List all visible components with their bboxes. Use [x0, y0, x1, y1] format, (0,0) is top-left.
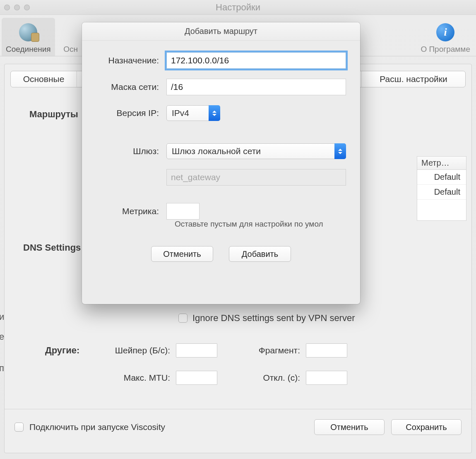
- button-label: Отменить: [330, 423, 368, 432]
- close-icon[interactable]: [4, 5, 10, 10]
- label-gateway: Шлюз:: [89, 146, 166, 156]
- section-heading-dns: DNS Settings: [23, 242, 81, 253]
- sheet-cancel-button[interactable]: Отменить: [151, 246, 213, 262]
- bleed-text: п: [0, 363, 4, 374]
- select-value: IPv4: [172, 108, 189, 118]
- button-label: Сохранить: [406, 423, 447, 432]
- input-shaper[interactable]: [176, 343, 217, 358]
- tab-advanced[interactable]: Расш. настройки: [362, 71, 465, 87]
- row-gateway-value: [89, 169, 346, 186]
- window-controls: [4, 5, 30, 10]
- input-fragment[interactable]: [306, 343, 347, 358]
- label-destination: Назначение:: [89, 56, 166, 65]
- table-header-metric[interactable]: Метр…: [417, 157, 466, 170]
- tab-basic[interactable]: Основные: [11, 71, 77, 87]
- routes-metric-column: Метр… Default Default: [417, 156, 466, 221]
- table-cell-empty: [417, 200, 466, 220]
- checkbox-icon[interactable]: [178, 314, 188, 323]
- row-metric: Метрика:: [89, 203, 346, 220]
- divider: [5, 409, 471, 409]
- label-max-mtu: Макс. MTU:: [91, 373, 170, 383]
- zoom-icon[interactable]: [24, 5, 30, 10]
- select-gateway[interactable]: Шлюз локальной сети: [166, 143, 346, 159]
- bleed-text: и: [0, 312, 4, 322]
- window-title: Настройки: [0, 2, 476, 13]
- chevron-up-down-icon: [334, 143, 346, 159]
- toolbar-item-label: Осн: [63, 45, 78, 54]
- titlebar: Настройки: [0, 0, 476, 15]
- input-metric[interactable]: [166, 203, 200, 220]
- label-netmask: Маска сети:: [89, 82, 166, 92]
- row-gateway: Шлюз: Шлюз локальной сети: [89, 143, 346, 159]
- input-gateway-value: [166, 169, 346, 186]
- row-ipversion: Версия IP: IPv4: [89, 105, 346, 121]
- section-heading-routes: Маршруты: [29, 109, 78, 120]
- other-row-2: Макс. MTU: Откл. (с):: [91, 371, 347, 385]
- globe-lock-icon: [17, 21, 40, 44]
- tab-label: Основные: [23, 74, 65, 84]
- checkbox-icon[interactable]: [14, 423, 24, 432]
- toolbar-item-connections[interactable]: Соединения: [2, 18, 55, 56]
- cancel-button[interactable]: Отменить: [314, 419, 385, 435]
- select-ipversion[interactable]: IPv4: [166, 105, 220, 121]
- toolbar-item-label: Соединения: [6, 45, 51, 54]
- toolbar-item-label: О Программе: [421, 45, 470, 54]
- label-metric: Метрика:: [89, 206, 166, 216]
- checkbox-label-connect-on-launch[interactable]: Подключить при запуске Viscosity: [29, 422, 165, 432]
- table-cell[interactable]: Default: [417, 170, 466, 185]
- row-netmask: Маска сети:: [89, 79, 346, 95]
- input-destination[interactable]: [166, 52, 346, 69]
- table-cell[interactable]: Default: [417, 185, 466, 200]
- label-otkl: Откл. (с):: [238, 373, 300, 383]
- toolbar-gear-icon: [59, 21, 82, 44]
- label-ipversion: Версия IP:: [89, 108, 166, 118]
- tab-label: Расш. настройки: [380, 74, 447, 84]
- label-shaper: Шейпер (Б/с):: [91, 345, 170, 355]
- checkbox-ignore-dns[interactable]: Ignore DNS settings sent by VPN server: [178, 313, 355, 324]
- input-otkl[interactable]: [306, 371, 347, 385]
- add-route-sheet: Добавить маршрут Назначение: Маска сети:…: [82, 22, 360, 304]
- bleed-text: е: [0, 331, 4, 342]
- metric-hint: Оставьте пустым для настройки по умол: [89, 220, 346, 229]
- label-fragment: Фрагмент:: [238, 345, 300, 355]
- input-netmask[interactable]: [166, 79, 346, 95]
- sheet-title: Добавить маршрут: [82, 22, 360, 41]
- row-destination: Назначение:: [89, 52, 346, 69]
- input-max-mtu[interactable]: [176, 371, 217, 385]
- select-value: Шлюз локальной сети: [172, 146, 261, 156]
- bottom-bar: Подключить при запуске Viscosity Отменит…: [5, 414, 471, 440]
- info-icon: i: [434, 21, 457, 44]
- toolbar-item-about[interactable]: i О Программе: [416, 18, 474, 56]
- minimize-icon[interactable]: [14, 5, 20, 10]
- sheet-add-button[interactable]: Добавить: [229, 246, 291, 262]
- section-heading-other: Другие:: [45, 345, 79, 356]
- other-row-1: Шейпер (Б/с): Фрагмент:: [91, 343, 347, 358]
- button-label: Добавить: [242, 249, 278, 259]
- save-button[interactable]: Сохранить: [391, 419, 462, 435]
- sheet-buttons: Отменить Добавить: [89, 239, 346, 262]
- chevron-up-down-icon: [209, 105, 220, 121]
- sheet-form: Назначение: Маска сети: Версия IP: IPv4: [82, 41, 360, 266]
- button-label: Отменить: [163, 249, 201, 259]
- checkbox-label: Ignore DNS settings sent by VPN server: [192, 313, 355, 324]
